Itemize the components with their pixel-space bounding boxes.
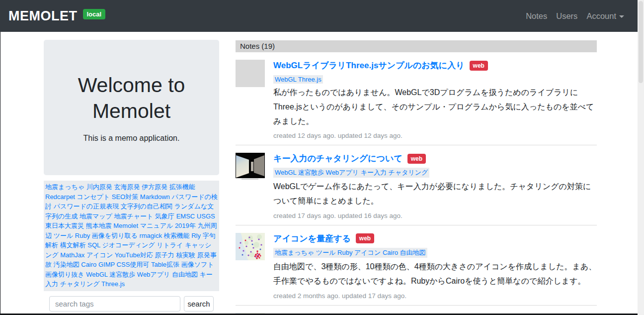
tag-link[interactable]: 画像切り抜き bbox=[45, 271, 84, 278]
tag-link[interactable]: 玄海原発 bbox=[114, 183, 140, 191]
navbar: MEMOLET local NotesUsersAccount bbox=[0, 0, 638, 32]
note-description: WebGLでゲーム作るにあたって、キー入力が必要になりました。チャタリングの対策… bbox=[273, 180, 597, 209]
tag-link[interactable]: rmagick bbox=[139, 232, 162, 239]
tag-link[interactable]: 熊本地震 bbox=[86, 222, 112, 229]
tag-link[interactable]: Memolet bbox=[113, 222, 138, 229]
note-title-link[interactable]: アイコンを量産する bbox=[273, 233, 351, 244]
tag-link[interactable]: 東日本大震災 bbox=[45, 222, 84, 229]
note-tag-link[interactable]: ツール bbox=[316, 249, 336, 256]
nav-link-account[interactable]: Account bbox=[582, 7, 629, 25]
note-tag-link[interactable]: Cairo bbox=[383, 249, 398, 256]
note-tags: WebGL 迷宮散歩 Webアプリ キー入力 チャタリング bbox=[273, 168, 429, 178]
tag-link[interactable]: Cairo bbox=[81, 261, 96, 268]
note-thumbnail[interactable] bbox=[236, 153, 265, 180]
note-tag-link[interactable]: WebGL bbox=[275, 76, 296, 83]
tag-link[interactable]: 汚染地図 bbox=[54, 261, 80, 268]
tag-link[interactable]: Table拡張 bbox=[151, 261, 179, 268]
note-title-link[interactable]: キー入力のチャタリングについて bbox=[273, 153, 402, 164]
tag-link[interactable]: 地震チャート bbox=[114, 212, 153, 220]
tag-link[interactable]: Markdown bbox=[140, 193, 170, 201]
note-tags-row: WebGL Three.js bbox=[273, 75, 597, 84]
tag-link[interactable]: 自由地図 bbox=[172, 271, 198, 278]
tag-link[interactable]: 伊方原発 bbox=[142, 183, 167, 191]
note-tags: WebGL Three.js bbox=[273, 75, 323, 84]
tag-link[interactable]: Ruby bbox=[75, 232, 90, 239]
tag-link[interactable]: SEO対策 bbox=[112, 193, 138, 201]
tag-link[interactable]: 検索機能 bbox=[164, 232, 190, 239]
nav-link-notes[interactable]: Notes bbox=[521, 7, 552, 25]
tag-link[interactable]: USGS bbox=[197, 212, 215, 220]
note-tag-link[interactable]: WebGL bbox=[275, 169, 296, 176]
tag-link[interactable]: MathJax bbox=[60, 251, 84, 259]
note-description: 私が作ったものではありません。WebGLで3Dプログラムを扱うためのライブラリに… bbox=[273, 86, 597, 128]
note-thumbnail[interactable] bbox=[236, 60, 265, 87]
tag-link[interactable]: 画像ソフト bbox=[181, 261, 214, 268]
note-item: WebGLライブラリThree.jsサンプルのお気に入りwebWebGL Thr… bbox=[236, 52, 597, 139]
note-meta: created 12 days ago. updated 12 days ago… bbox=[273, 132, 597, 139]
scrollbar[interactable] bbox=[638, 0, 644, 315]
tag-link[interactable]: CSS使用可 bbox=[117, 261, 150, 268]
sidebar: Welcome toMemolet This is a memo applica… bbox=[44, 40, 219, 315]
note-item: キー入力のチャタリングについてwebWebGL 迷宮散歩 Webアプリ キー入力… bbox=[236, 145, 597, 219]
navbar-links: NotesUsersAccount bbox=[521, 7, 629, 25]
tag-link[interactable]: Three.js bbox=[101, 280, 125, 288]
tag-link[interactable]: チャタリング bbox=[60, 280, 100, 288]
note-description: 自由地図で、3種類の形、10種類の色、4種類の大きさのアイコンを作成しました。ま… bbox=[273, 260, 597, 289]
brand-link[interactable]: MEMOLET bbox=[8, 8, 78, 24]
tag-link[interactable]: 文字列の自己相関 bbox=[121, 203, 172, 210]
note-tag-link[interactable]: アイコン bbox=[354, 249, 381, 256]
tag-link[interactable]: アイコン bbox=[86, 251, 113, 259]
note-title-link[interactable]: WebGLライブラリThree.jsサンプルのお気に入り bbox=[273, 60, 465, 71]
note-visibility-badge: web bbox=[470, 61, 488, 71]
note-tag-link[interactable]: キー入力 bbox=[361, 169, 387, 176]
notes-header: Notes (19) bbox=[236, 40, 597, 52]
tag-link[interactable]: リトライ bbox=[157, 241, 183, 249]
tag-link[interactable]: Webアプリ bbox=[137, 271, 170, 278]
tag-link[interactable]: Redcarpet bbox=[45, 193, 75, 201]
tag-link[interactable]: YouTube対応 bbox=[115, 251, 153, 259]
note-tag-link[interactable]: 自由地図 bbox=[400, 249, 426, 256]
note-tag-link[interactable]: 地震まっちゃ bbox=[275, 249, 314, 256]
env-badge: local bbox=[83, 9, 106, 19]
note-tag-link[interactable]: Ruby bbox=[337, 249, 352, 256]
search-button[interactable]: search bbox=[184, 296, 214, 312]
tag-link[interactable]: GIMP bbox=[98, 261, 115, 268]
note-tag-link[interactable]: 迷宮散歩 bbox=[298, 169, 324, 176]
tag-link[interactable]: ジオコーディング bbox=[102, 241, 155, 249]
tag-link[interactable]: WebGL bbox=[86, 271, 107, 278]
nav-link-users[interactable]: Users bbox=[552, 7, 582, 25]
scrollbar-thumb[interactable] bbox=[639, 1, 643, 83]
note-meta: created 2 months ago. updated 17 days ag… bbox=[273, 292, 597, 300]
note-tag-link[interactable]: Webアプリ bbox=[326, 169, 359, 176]
tag-link[interactable]: 拡張機能 bbox=[169, 183, 195, 191]
tag-link[interactable]: 迷宮散歩 bbox=[109, 271, 135, 278]
welcome-title: Welcome toMemolet bbox=[78, 72, 185, 124]
tag-link[interactable]: 2019年 bbox=[175, 222, 196, 229]
tag-link[interactable]: 川内原発 bbox=[86, 183, 112, 191]
tag-link[interactable]: パスワードの正規表現 bbox=[54, 203, 119, 210]
tag-link[interactable]: 地震まっちゃ bbox=[45, 183, 84, 191]
notes-panel: Notes (19) WebGLライブラリThree.jsサンプルのお気に入りw… bbox=[236, 40, 597, 315]
search-input[interactable] bbox=[49, 296, 180, 312]
tag-link[interactable]: 原子力 bbox=[155, 251, 174, 259]
tag-link[interactable]: 核実験 bbox=[176, 251, 195, 259]
tag-link[interactable]: 気象庁 bbox=[155, 212, 174, 220]
note-tag-link[interactable]: Three.js bbox=[298, 76, 322, 83]
note-title-row: キー入力のチャタリングについてweb bbox=[273, 153, 597, 164]
note-tag-link[interactable]: チャタリング bbox=[389, 169, 428, 176]
tag-link[interactable]: マニュアル bbox=[140, 222, 173, 229]
note-tags-row: WebGL 迷宮散歩 Webアプリ キー入力 チャタリング bbox=[273, 168, 597, 178]
note-visibility-badge: web bbox=[407, 154, 426, 164]
tag-link[interactable]: 構文解析 bbox=[60, 241, 86, 249]
tag-link[interactable]: EMSC bbox=[176, 212, 195, 220]
welcome-subtitle: This is a memo application. bbox=[83, 134, 180, 143]
tag-link[interactable]: コンセプト bbox=[77, 193, 110, 201]
tag-link[interactable]: 画像を切り取る bbox=[92, 232, 138, 239]
note-thumbnail[interactable] bbox=[236, 233, 265, 260]
tag-link[interactable]: SQL bbox=[87, 241, 100, 249]
tag-link[interactable]: 地震マップ bbox=[80, 212, 112, 220]
note-content: WebGLライブラリThree.jsサンプルのお気に入りwebWebGL Thr… bbox=[273, 60, 597, 139]
tag-link[interactable]: Rly bbox=[191, 232, 201, 239]
tag-link[interactable]: ツール bbox=[54, 232, 74, 239]
tag-cloud: 地震まっちゃ 川内原発 玄海原発 伊方原発 拡張機能 Redcarpet コンセ… bbox=[44, 181, 219, 291]
